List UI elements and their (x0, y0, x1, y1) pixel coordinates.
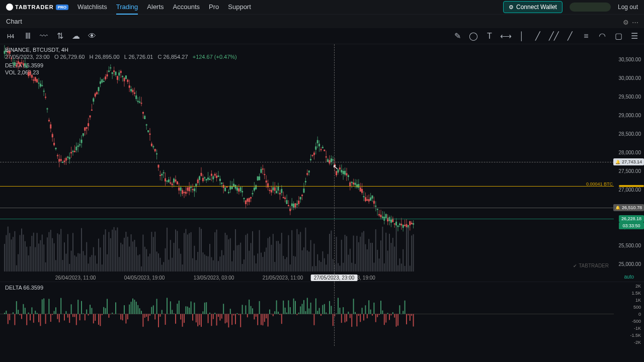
svg-rect-392 (226, 235, 227, 272)
svg-rect-917 (339, 308, 340, 314)
svg-rect-448 (259, 176, 260, 179)
svg-rect-892 (296, 314, 297, 315)
time-axis[interactable]: 26/04/2023, 11:0004/05/2023, 19:0013/05/… (0, 272, 614, 282)
hline-icon[interactable]: ⟷ (501, 32, 510, 41)
ray-icon[interactable]: ╱ (566, 32, 575, 41)
parallel-icon[interactable]: ╱╱ (549, 32, 558, 41)
pencil-icon[interactable]: ✎ (453, 32, 462, 41)
svg-rect-679 (390, 220, 391, 222)
delta-indicator[interactable]: DELTA 66.3599 2K1.5K1K5000-500-1K-1.5K-2… (0, 282, 644, 346)
svg-rect-137 (81, 228, 82, 272)
svg-rect-331 (192, 190, 193, 190)
svg-rect-301 (175, 179, 176, 181)
svg-rect-662 (380, 240, 381, 272)
svg-rect-557 (320, 262, 321, 272)
rect-icon[interactable]: ▢ (614, 32, 623, 41)
nav-trading[interactable]: Trading (116, 0, 138, 15)
svg-rect-2 (4, 244, 5, 272)
svg-rect-918 (341, 314, 342, 323)
svg-rect-764 (77, 300, 78, 314)
svg-rect-439 (254, 188, 255, 191)
svg-rect-786 (115, 302, 116, 314)
svg-rect-107 (64, 242, 65, 272)
timeframe-selector[interactable]: H4 (5, 32, 16, 40)
svg-rect-430 (249, 199, 250, 202)
more-icon[interactable]: ⋯ (632, 19, 638, 25)
svg-rect-365 (211, 257, 212, 272)
nav-support[interactable]: Support (228, 0, 251, 15)
nav-accounts[interactable]: Accounts (173, 0, 200, 15)
svg-rect-110 (65, 254, 66, 272)
settings2-icon[interactable]: ⇅ (55, 32, 64, 41)
svg-rect-503 (290, 264, 291, 272)
vline-icon[interactable]: │ (517, 32, 526, 41)
order-line-yellow[interactable] (0, 186, 614, 187)
trendline-icon[interactable]: ╱ (533, 32, 542, 41)
svg-rect-872 (262, 314, 263, 326)
nav-pro[interactable]: Pro (209, 0, 219, 15)
connect-wallet-button[interactable]: Connect Wallet (503, 1, 562, 13)
price-axis[interactable]: 30,500.0030,000.0029,500.0029,000.0028,5… (614, 44, 644, 282)
svg-rect-142 (85, 128, 86, 131)
svg-rect-572 (329, 234, 330, 272)
svg-rect-512 (295, 256, 296, 272)
main-chart[interactable]: BINANCE, BTCUSDT, 4H 27/05/2023, 23:00 O… (0, 44, 644, 282)
svg-rect-520 (300, 197, 301, 199)
svg-rect-899 (308, 308, 309, 314)
svg-rect-250 (146, 125, 147, 125)
layers-icon[interactable]: ☰ (630, 32, 639, 41)
logout-link[interactable]: Log out (618, 4, 638, 11)
svg-rect-595 (343, 171, 344, 173)
svg-rect-804 (146, 314, 147, 317)
svg-rect-879 (274, 311, 275, 314)
svg-rect-790 (122, 314, 123, 321)
svg-rect-119 (71, 251, 72, 272)
svg-rect-202 (119, 73, 120, 75)
svg-rect-554 (319, 260, 320, 272)
svg-rect-548 (315, 266, 316, 272)
svg-rect-314 (182, 264, 183, 272)
svg-rect-726 (13, 312, 14, 314)
eye-icon[interactable]: 👁 (88, 32, 97, 41)
nav-alerts[interactable]: Alerts (147, 0, 164, 15)
svg-rect-934 (368, 300, 369, 314)
svg-rect-544 (313, 153, 314, 155)
svg-rect-881 (278, 312, 279, 314)
svg-rect-47 (30, 246, 31, 272)
svg-rect-164 (97, 263, 98, 272)
svg-rect-686 (394, 246, 395, 272)
user-chip[interactable] (570, 3, 611, 12)
logo[interactable]: TABTRADER PRO (6, 4, 68, 11)
svg-rect-245 (142, 235, 143, 272)
svg-rect-929 (360, 314, 361, 322)
svg-rect-821 (175, 314, 176, 324)
svg-rect-205 (120, 71, 121, 73)
ind-crosshair-v (334, 282, 335, 346)
svg-rect-260 (151, 232, 152, 272)
svg-rect-271 (158, 165, 159, 167)
auto-scale-button[interactable]: auto (624, 274, 634, 280)
candles-icon[interactable]: Ⅲ (23, 32, 32, 41)
cloud-icon[interactable]: ☁ (71, 32, 80, 41)
list-icon[interactable]: ≡ (582, 32, 591, 41)
shapes-icon[interactable]: ◯ (469, 32, 478, 41)
svg-rect-827 (185, 306, 186, 314)
text-icon[interactable]: T (485, 32, 494, 41)
svg-rect-850 (225, 314, 226, 324)
nav-watchlists[interactable]: Watchlists (77, 0, 107, 15)
svg-rect-11 (9, 233, 10, 272)
indicators-icon[interactable]: 〰 (39, 32, 48, 41)
svg-rect-587 (338, 263, 339, 272)
svg-rect-74 (45, 262, 46, 272)
main-header: TABTRADER PRO Watchlists Trading Alerts … (0, 0, 644, 14)
svg-rect-488 (281, 233, 282, 272)
alert-price-tag: 26,510.78 (613, 204, 644, 211)
svg-rect-73 (45, 97, 46, 98)
svg-rect-364 (211, 174, 212, 175)
indicator-axis[interactable]: 2K1.5K1K5000-500-1K-1.5K-2K (616, 282, 641, 346)
svg-rect-772 (91, 308, 92, 314)
alert-line-gray[interactable] (0, 208, 614, 208)
settings-icon[interactable]: ⚙ (623, 19, 629, 25)
svg-rect-410 (236, 245, 237, 272)
arc-icon[interactable]: ◠ (598, 32, 607, 41)
